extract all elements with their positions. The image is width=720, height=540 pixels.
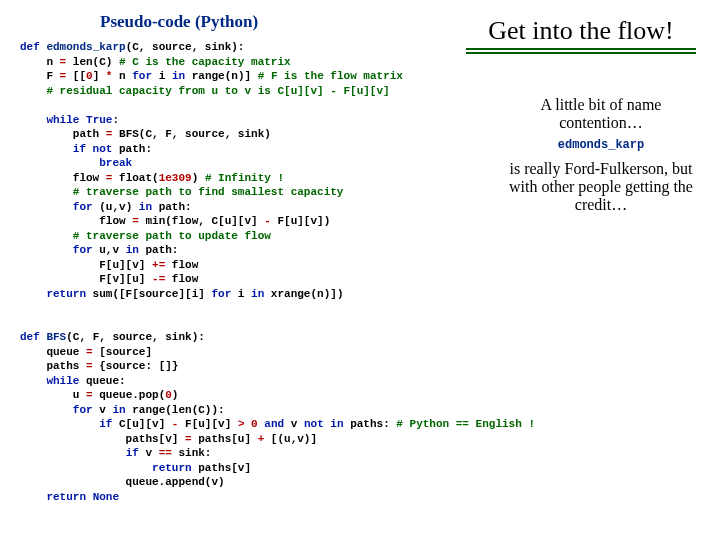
aside-line2: is really Ford-Fulkerson, but with other… [506, 160, 696, 214]
title-block: Get into the flow! [466, 16, 696, 56]
aside-line1: A little bit of name contention… [506, 96, 696, 132]
page-title: Get into the flow! [466, 16, 696, 46]
aside-function-name: edmonds_karp [506, 138, 696, 152]
title-underline [466, 48, 696, 54]
aside-commentary: A little bit of name contention… edmonds… [506, 92, 696, 218]
